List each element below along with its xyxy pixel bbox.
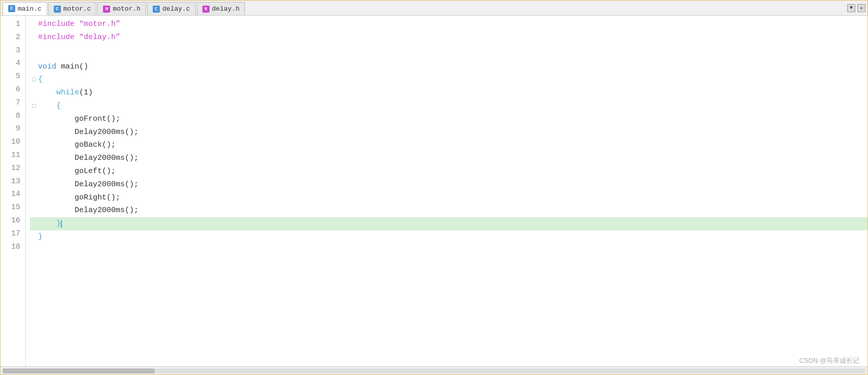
tab-icon-delay-c: C (153, 6, 160, 13)
code-text-12: Delay2000ms(); (75, 152, 138, 165)
line-num-11: 11 (6, 149, 20, 162)
tab-controls: ▼ ✕ (847, 4, 867, 12)
code-text-8: { (56, 99, 61, 113)
code-line-5: void main() (30, 60, 867, 74)
code-line-6: □{ (30, 73, 867, 86)
line-num-15: 15 (6, 201, 20, 214)
indent-10 (38, 126, 75, 139)
code-line-17: } (30, 217, 867, 230)
tab-main-c[interactable]: Cmain.c (3, 2, 47, 15)
watermark: CSDN @马哥成长记 (799, 356, 859, 365)
line-num-5: 5 (6, 70, 20, 83)
tab-bar: Cmain.cCmotor.cHmotor.hCdelay.cHdelay.h … (1, 1, 867, 16)
code-line-12: Delay2000ms(); (30, 152, 867, 165)
fold-indicator-7 (30, 89, 38, 97)
line-num-13: 13 (6, 175, 20, 188)
tab-label-motor-c: motor.c (63, 5, 91, 13)
code-line-1: #include “motor.h” (30, 18, 867, 31)
fold-indicator-2 (30, 33, 38, 42)
line-num-8: 8 (6, 110, 20, 123)
code-line-16: Delay2000ms(); (30, 204, 867, 217)
line-num-6: 6 (6, 83, 20, 96)
line-num-7: 7 (6, 96, 20, 110)
tab-motor-c[interactable]: Cmotor.c (48, 2, 97, 15)
code-line-9: goFront(); (30, 113, 867, 126)
line-num-3: 3 (6, 44, 20, 57)
fold-indicator-16 (30, 207, 38, 215)
scrollbar-track[interactable] (3, 368, 865, 373)
code-line-18: } (30, 230, 867, 244)
code-text-7: while(1) (56, 86, 93, 99)
tab-delay-c[interactable]: Cdelay.c (147, 2, 196, 15)
editor-area: 123456789101112131415161718 #include “mo… (1, 16, 867, 366)
fold-indicator-15 (30, 193, 38, 201)
indent-11 (38, 139, 75, 152)
indent-14 (38, 178, 75, 191)
indent-15 (38, 191, 75, 204)
tab-icon-motor-c: C (54, 6, 61, 13)
code-text-13: goLeft(); (75, 165, 116, 178)
indent-13 (38, 165, 75, 178)
tab-label-main-c: main.c (18, 5, 42, 13)
line-num-4: 4 (6, 57, 20, 70)
code-content[interactable]: #include “motor.h” #include “delay.h” vo… (26, 16, 867, 366)
line-num-10: 10 (6, 135, 20, 149)
indent-7 (38, 86, 56, 99)
tab-delay-h[interactable]: Hdelay.h (197, 2, 246, 15)
line-num-17: 17 (6, 227, 20, 241)
code-line-7: while(1) (30, 86, 867, 99)
fold-indicator-6[interactable]: □ (30, 76, 38, 84)
fold-indicator-1 (30, 20, 38, 28)
fold-indicator-8[interactable]: □ (30, 102, 38, 110)
line-num-9: 9 (6, 122, 20, 135)
code-text-5: void main() (38, 60, 88, 74)
code-line-2: #include “delay.h” (30, 31, 867, 44)
indent-12 (38, 152, 75, 165)
tab-close-btn[interactable]: ✕ (857, 4, 865, 12)
code-line-4 (30, 52, 867, 60)
fold-indicator-14 (30, 181, 38, 189)
fold-indicator-12 (30, 154, 38, 162)
fold-indicator-9 (30, 115, 38, 123)
code-text-17: } (56, 217, 61, 230)
code-text-11: goBack(); (75, 139, 116, 152)
line-num-16: 16 (6, 214, 20, 227)
code-text-14: Delay2000ms(); (75, 178, 138, 191)
indent-9 (38, 113, 75, 126)
fold-indicator-5 (30, 62, 38, 71)
code-text-16: Delay2000ms(); (75, 204, 138, 217)
fold-indicator-17 (30, 220, 38, 228)
fold-indicator-18 (30, 233, 38, 241)
line-num-1: 1 (6, 18, 20, 31)
tab-icon-delay-h: H (202, 6, 210, 13)
tab-icon-motor-h: H (103, 6, 110, 13)
tab-label-delay-h: delay.h (212, 5, 240, 13)
tab-dropdown-btn[interactable]: ▼ (847, 4, 855, 12)
cursor-indicator (61, 220, 62, 228)
code-line-3 (30, 44, 867, 52)
code-text-1: #include “motor.h” (38, 18, 120, 31)
scrollbar-thumb[interactable] (3, 368, 155, 373)
code-line-8: □ { (30, 99, 867, 113)
code-line-15: goRight(); (30, 191, 867, 204)
code-text-2: #include “delay.h” (38, 31, 120, 44)
tab-motor-h[interactable]: Hmotor.h (97, 2, 146, 15)
code-line-11: goBack(); (30, 139, 867, 152)
code-text-15: goRight(); (75, 191, 120, 204)
line-num-14: 14 (6, 188, 20, 201)
indent-16 (38, 204, 75, 217)
tab-label-delay-c: delay.c (162, 5, 190, 13)
line-num-18: 18 (6, 241, 20, 254)
fold-indicator-4 (30, 52, 38, 60)
code-text-18: } (38, 230, 43, 244)
line-num-12: 12 (6, 162, 20, 175)
code-line-10: Delay2000ms(); (30, 126, 867, 139)
tab-label-motor-h: motor.h (113, 5, 141, 13)
code-text-10: Delay2000ms(); (75, 126, 138, 139)
fold-indicator-10 (30, 128, 38, 136)
line-numbers: 123456789101112131415161718 (1, 16, 26, 366)
code-line-13: goLeft(); (30, 165, 867, 178)
scrollbar-area[interactable]: CSDN @马哥成长记 (1, 366, 867, 374)
code-text-6: { (38, 73, 43, 86)
line-num-2: 2 (6, 31, 20, 44)
